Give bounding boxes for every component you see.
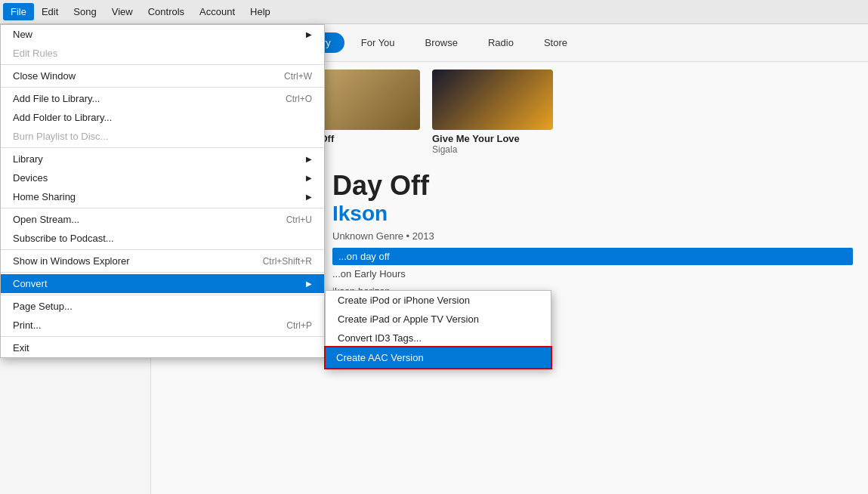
dd-new-arrow: ▶ xyxy=(306,30,312,39)
dd-open-stream-label: Open Stream... xyxy=(13,214,79,225)
dd-convert-arrow: ▶ xyxy=(306,279,312,288)
nav-browse[interactable]: Browse xyxy=(412,32,471,53)
dd-home-sharing-label: Home Sharing xyxy=(13,191,76,202)
dd-add-file-shortcut: Ctrl+O xyxy=(286,94,312,104)
dd-create-aac-label: Create AAC Version xyxy=(336,352,424,363)
dd-close-window-label: Close Window xyxy=(13,70,76,82)
dd-convert-label: Convert xyxy=(13,278,48,289)
dd-edit-rules: Edit Rules xyxy=(1,44,324,63)
nav-radio[interactable]: Radio xyxy=(474,32,527,53)
dd-library-label: Library xyxy=(13,153,43,165)
dd-new-label: New xyxy=(13,29,32,40)
dd-open-stream-shortcut: Ctrl+U xyxy=(286,215,312,225)
nav-store[interactable]: Store xyxy=(530,32,581,53)
menu-account[interactable]: Account xyxy=(192,3,242,20)
song-row-2[interactable]: ...on Early Hours xyxy=(332,265,853,283)
dd-show-explorer[interactable]: Show in Windows Explorer Ctrl+Shift+R xyxy=(1,252,324,270)
convert-submenu: Create iPod or iPhone Version Create iPa… xyxy=(325,290,551,369)
day-off-artist[interactable]: Ikson xyxy=(332,202,853,226)
dd-show-explorer-label: Show in Windows Explorer xyxy=(13,255,130,267)
dd-page-setup[interactable]: Page Setup... xyxy=(1,297,324,316)
dd-create-aac[interactable]: Create AAC Version xyxy=(326,347,551,368)
album-card-3[interactable]: Give Me Your Love Sigala xyxy=(432,69,553,155)
dd-burn-playlist: Burn Playlist to Disc... xyxy=(1,127,324,146)
dd-exit[interactable]: Exit xyxy=(1,338,324,357)
dd-sep-6 xyxy=(1,272,324,273)
dd-open-stream[interactable]: Open Stream... Ctrl+U xyxy=(1,210,324,229)
dd-print-label: Print... xyxy=(13,320,42,331)
dd-page-setup-label: Page Setup... xyxy=(13,301,73,312)
menu-file[interactable]: File xyxy=(3,3,34,20)
dd-exit-label: Exit xyxy=(13,342,29,354)
menu-edit[interactable]: Edit xyxy=(34,3,66,20)
dd-convert-id3-label: Convert ID3 Tags... xyxy=(338,332,422,344)
dd-new[interactable]: New ▶ xyxy=(1,25,324,44)
dd-sep-3 xyxy=(1,147,324,148)
dd-sep-1 xyxy=(1,64,324,65)
dd-close-window[interactable]: Close Window Ctrl+W xyxy=(1,66,324,85)
dd-home-sharing-arrow: ▶ xyxy=(306,193,312,201)
album-title-3: Give Me Your Love xyxy=(432,133,553,144)
dd-close-window-shortcut: Ctrl+W xyxy=(284,71,312,82)
dd-sep-7 xyxy=(1,295,324,295)
album-artist-3: Sigala xyxy=(432,144,553,155)
dd-devices-label: Devices xyxy=(13,172,48,184)
menu-bar: File Edit Song View Controls Account Hel… xyxy=(0,0,868,24)
dd-create-ipod[interactable]: Create iPod or iPhone Version xyxy=(326,291,551,310)
dd-subscribe-podcast-label: Subscribe to Podcast... xyxy=(13,233,114,244)
dd-add-folder[interactable]: Add Folder to Library... xyxy=(1,108,324,127)
dd-devices-arrow: ▶ xyxy=(306,174,312,182)
file-menu-dropdown: New ▶ Edit Rules Close Window Ctrl+W Add… xyxy=(0,24,325,358)
nav-for-you[interactable]: For You xyxy=(348,32,409,53)
dd-create-ipod-label: Create iPod or iPhone Version xyxy=(338,295,470,306)
dd-subscribe-podcast[interactable]: Subscribe to Podcast... xyxy=(1,229,324,248)
dd-sep-5 xyxy=(1,249,324,250)
menu-song[interactable]: Song xyxy=(66,3,103,20)
dd-sep-2 xyxy=(1,87,324,88)
dd-devices[interactable]: Devices ▶ xyxy=(1,168,324,187)
dd-print[interactable]: Print... Ctrl+P xyxy=(1,316,324,335)
dd-library[interactable]: Library ▶ xyxy=(1,150,324,168)
day-off-title: Day Off xyxy=(332,170,853,202)
dd-add-file-label: Add File to Library... xyxy=(13,93,100,104)
dd-create-ipad[interactable]: Create iPad or Apple TV Version xyxy=(326,310,551,329)
dd-sep-4 xyxy=(1,208,324,208)
dd-library-arrow: ▶ xyxy=(306,155,312,163)
dd-edit-rules-label: Edit Rules xyxy=(13,48,57,59)
dd-add-folder-label: Add Folder to Library... xyxy=(13,112,112,123)
dd-add-file[interactable]: Add File to Library... Ctrl+O xyxy=(1,89,324,108)
day-off-meta: Unknown Genre • 2013 xyxy=(332,230,853,242)
menu-controls[interactable]: Controls xyxy=(141,3,192,20)
album-thumb-3 xyxy=(432,69,553,130)
dd-home-sharing[interactable]: Home Sharing ▶ xyxy=(1,187,324,206)
dd-show-explorer-shortcut: Ctrl+Shift+R xyxy=(263,256,312,267)
menu-help[interactable]: Help xyxy=(242,3,278,20)
dd-create-ipad-label: Create iPad or Apple TV Version xyxy=(338,313,479,325)
dd-burn-playlist-label: Burn Playlist to Disc... xyxy=(13,131,108,142)
song-row-1[interactable]: ...on day off xyxy=(332,248,853,265)
dd-sep-8 xyxy=(1,336,324,337)
dd-convert[interactable]: Convert ▶ xyxy=(1,274,324,293)
menu-view[interactable]: View xyxy=(104,3,141,20)
dd-convert-id3[interactable]: Convert ID3 Tags... xyxy=(326,329,551,347)
dd-print-shortcut: Ctrl+P xyxy=(286,320,312,331)
